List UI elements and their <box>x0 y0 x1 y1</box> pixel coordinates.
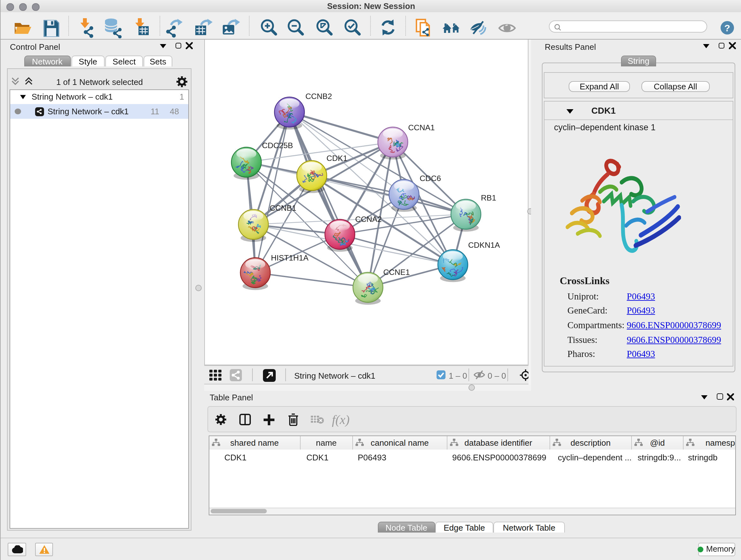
svg-text:CCNB1: CCNB1 <box>269 204 296 212</box>
svg-text:CDK1: CDK1 <box>326 154 347 163</box>
svg-text:CDC6: CDC6 <box>419 174 441 183</box>
svg-text:HIST1H1A: HIST1H1A <box>271 253 308 262</box>
svg-text:CCNA2: CCNA2 <box>355 215 381 224</box>
svg-text:CCNB2: CCNB2 <box>305 92 332 101</box>
svg-text:RB1: RB1 <box>481 193 496 202</box>
svg-text:CCNA1: CCNA1 <box>408 123 434 132</box>
svg-text:CCNE1: CCNE1 <box>383 268 409 276</box>
svg-text:CDC25B: CDC25B <box>262 141 293 150</box>
svg-text:CDKN1A: CDKN1A <box>468 241 500 249</box>
